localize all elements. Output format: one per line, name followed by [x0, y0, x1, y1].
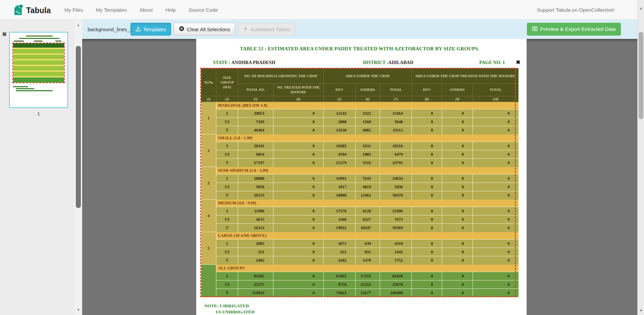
mini-subtitle-line — [19, 38, 59, 39]
sidebar: ✖ 1 — [0, 19, 74, 315]
pdf-note-line2: UI-UNIRRIGATED — [216, 309, 255, 315]
remove-circle-icon — [179, 26, 184, 33]
table-selection-box[interactable] — [200, 68, 516, 297]
window-scrollbar-thumb[interactable] — [639, 32, 643, 119]
tabula-logo-icon — [13, 3, 23, 17]
page-thumbnail[interactable] — [9, 32, 68, 108]
pdf-note-line1: NOTE: I-IRRIGATED — [204, 303, 249, 309]
mini-note-line — [13, 86, 28, 87]
mini-table — [12, 43, 65, 83]
nav-item-about[interactable]: About — [140, 7, 153, 13]
navbar: Tabula My FilesMy TemplatesAboutHelpSour… — [0, 0, 644, 19]
district-field: DISTRICT :ADILABAD — [363, 60, 413, 65]
mini-table-header — [13, 43, 64, 48]
support-link[interactable]: Support Tabula on OpenCollective! — [537, 0, 614, 19]
save-template-icon — [136, 26, 141, 33]
toolbar: background_lines_2.pdf Templates Clear A… — [82, 19, 637, 39]
autodetect-tables-button[interactable]: Autodetect Tables — [238, 23, 295, 36]
window-scrollbar: ▲ ▼ — [637, 0, 644, 315]
mini-meta-line — [55, 41, 61, 42]
page-remove-icon[interactable]: ✖ — [2, 32, 7, 37]
main-area: background_lines_2.pdf Templates Clear A… — [82, 19, 637, 315]
mini-title-line — [26, 36, 53, 37]
list-alt-icon — [532, 26, 538, 33]
scroll-up-icon[interactable]: ▲ — [74, 23, 82, 27]
scroll-down-icon[interactable]: ▼ — [74, 308, 82, 312]
page-number-label: 1 — [9, 111, 68, 116]
mini-note-line — [16, 90, 53, 91]
state-field: STATE : ANDHRA PRADESH — [213, 60, 275, 65]
clear-all-selections-button[interactable]: Clear All Selections — [174, 23, 235, 36]
pdf-canvas: TABLE 5J : ESTIMATED AREA UNDER PADDY TR… — [82, 39, 637, 315]
flash-icon — [243, 26, 248, 33]
mini-meta-line — [14, 41, 24, 42]
preview-export-button[interactable]: Preview & Export Extracted Data — [527, 23, 621, 36]
mini-meta-line — [34, 41, 43, 42]
nav-item-help[interactable]: Help — [165, 7, 176, 13]
navbar-menu: My FilesMy TemplatesAboutHelpSource Code — [64, 0, 218, 19]
mini-note-line — [16, 88, 34, 89]
selection-close-icon[interactable]: ✖ — [516, 59, 520, 65]
pdf-page: TABLE 5J : ESTIMATED AREA UNDER PADDY TR… — [196, 39, 527, 315]
pdf-meta-row: STATE : ANDHRA PRADESH DISTRICT :ADILABA… — [196, 60, 527, 67]
sidebar-scrollbar-thumb[interactable] — [76, 46, 81, 208]
templates-button[interactable]: Templates — [130, 23, 171, 36]
brand-title: Tabula — [26, 6, 51, 15]
nav-item-my-templates[interactable]: My Templates — [96, 7, 127, 13]
scroll-up-icon[interactable]: ▲ — [638, 6, 644, 10]
brand-link[interactable]: Tabula — [13, 3, 51, 17]
pdf-table-title: TABLE 5J : ESTIMATED AREA UNDER PADDY TR… — [201, 46, 518, 52]
nav-item-source-code[interactable]: Source Code — [189, 7, 218, 13]
scroll-down-icon[interactable]: ▼ — [638, 309, 644, 312]
nav-item-my-files[interactable]: My Files — [64, 7, 83, 13]
page-no-field: PAGE NO. 1 — [479, 60, 505, 65]
sidebar-scrollbar: ▲ ▼ — [74, 19, 82, 315]
